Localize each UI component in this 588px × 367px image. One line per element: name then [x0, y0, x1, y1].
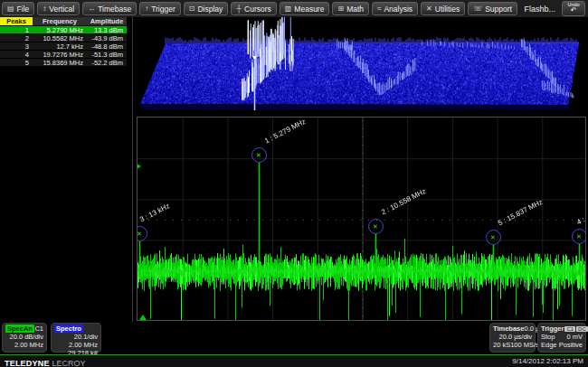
spectro-descriptor-box[interactable]: Spectro 20.1/div 2.00 MHz 29.218 k#: [51, 323, 101, 353]
peaks-table-row[interactable]: 5 15.8369 MHz -52.2 dBm: [0, 59, 127, 67]
peaks-header-cell[interactable]: Peaks: [0, 17, 33, 25]
trigger-box[interactable]: Trigger C1DC Stop0 mV EdgePositive: [537, 323, 586, 353]
datetime-display: 9/14/2012 2:02:13 PM: [512, 357, 583, 365]
specan-title: SpecAn: [5, 325, 34, 333]
support-icon: ☏: [473, 5, 482, 13]
spectro-title: Spectro: [54, 325, 83, 333]
trigger-label: Trigger: [541, 325, 564, 333]
brand-logo: TELEDYNELECROY: [5, 353, 86, 367]
peak-amplitude: 13.3 dBm: [87, 26, 127, 33]
trigger-coupling-badge: DC: [576, 326, 588, 332]
peak-number: 1: [0, 26, 33, 33]
menu-measure[interactable]: ▥Measure: [280, 2, 330, 15]
menu-trigger[interactable]: ↑Trigger: [139, 2, 181, 15]
peak-marker-circle: ✕: [368, 219, 384, 234]
menu-analysis[interactable]: ≈Analysis: [372, 2, 418, 15]
spectro-vscale: 20.1/div: [54, 333, 98, 341]
trigger-level: 0 mV: [566, 333, 583, 341]
frequency-header-cell: Frequency: [33, 17, 87, 25]
menu-display-label: Display: [197, 5, 223, 14]
menu-support[interactable]: ☏Support: [468, 2, 517, 15]
utilities-icon: ✕: [426, 5, 432, 13]
trigger-position-marker: [139, 315, 147, 320]
timebase-per-div: 20.0 µs/div: [493, 333, 532, 341]
menu-vertical[interactable]: ↕Vertical: [37, 2, 80, 15]
reference-level-marker: [137, 164, 141, 169]
measure-icon: ▥: [285, 5, 292, 13]
menu-math-label: Math: [346, 5, 364, 14]
peaks-table-row[interactable]: 2 10.5582 MHz -43.9 dBm: [0, 34, 127, 42]
menubar: ▤File ↕Vertical ↔Timebase ↑Trigger ⊡Disp…: [0, 0, 588, 17]
trigger-mode: Stop: [541, 333, 555, 341]
trigger-type: Edge: [541, 341, 557, 349]
peak-marker-circle: ✕: [137, 226, 147, 241]
timebase-box[interactable]: Timebase0.0 µs 20.0 µs/div 20 kS100 MS/s: [489, 323, 536, 353]
spectrum-trace: [138, 118, 586, 321]
undo-button[interactable]: Undo↶: [562, 1, 585, 16]
timebase-rate: 100 MS/s: [510, 341, 539, 349]
peak-number: 5: [0, 59, 33, 66]
peak-amplitude: -48.8 dBm: [87, 42, 127, 50]
peak-frequency: 15.8369 MHz: [33, 59, 87, 66]
peaks-table-header: Peaks Frequency Amplitude: [0, 17, 127, 26]
math-icon: ⊞: [337, 5, 344, 13]
peaks-table-row[interactable]: 3 12.7 kHz -48.8 dBm: [0, 42, 127, 51]
menu-cursors-label: Cursors: [244, 5, 271, 14]
undo-icon: ↶: [571, 7, 577, 14]
analysis-icon: ≈: [377, 5, 381, 13]
menu-utilities[interactable]: ✕Utilities: [421, 2, 465, 15]
timebase-samples: 20 kS: [493, 341, 510, 349]
menu-utilities-label: Utilities: [435, 5, 460, 14]
menu-measure-label: Measure: [294, 5, 324, 14]
timebase-icon: ↔: [88, 5, 95, 13]
trigger-source-badge: C1: [564, 326, 575, 332]
peak-marker-circle: ✕: [572, 229, 587, 244]
brand-teledyne: TELEDYNE: [5, 359, 50, 367]
brand-lecroy: LECROY: [52, 359, 86, 367]
display-icon: ⊡: [189, 5, 195, 13]
menu-file[interactable]: ▤File: [2, 2, 34, 15]
cursors-icon: ┼: [236, 5, 242, 13]
peak-marker-circle: ✕: [251, 147, 267, 163]
peaks-table-row[interactable]: 1 5.2790 MHz 13.3 dBm: [0, 26, 127, 34]
vertical-icon: ↕: [43, 5, 46, 13]
menu-timebase[interactable]: ↔Timebase: [82, 2, 137, 15]
peak-frequency: 19.7276 MHz: [33, 51, 87, 58]
spectro-hscale: 2.00 MHz: [54, 341, 98, 349]
specan-channel: C1: [34, 325, 43, 333]
sidebar-divider: [132, 17, 133, 322]
file-icon: ▤: [7, 5, 14, 13]
amplitude-header-cell: Amplitude: [87, 17, 127, 25]
specan-vscale: 20.0 dB/div: [5, 333, 43, 341]
oscilloscope-screen: ▤File ↕Vertical ↔Timebase ↑Trigger ⊡Disp…: [0, 0, 588, 367]
specan-hscale: 2.00 MHz: [5, 341, 43, 349]
footer-bar: TELEDYNELECROY 9/14/2012 2:02:13 PM: [0, 355, 588, 367]
peak-number: 4: [0, 51, 33, 58]
trigger-icon: ↑: [145, 5, 148, 13]
peak-frequency: 12.7 kHz: [33, 42, 87, 50]
peaks-table-row[interactable]: 4 19.7276 MHz -51.3 dBm: [0, 51, 127, 59]
flashback-status: Flashb...: [524, 5, 559, 14]
menu-vertical-label: Vertical: [49, 5, 74, 14]
timebase-label: Timebase: [493, 325, 524, 333]
peak-amplitude: -52.2 dBm: [87, 59, 127, 66]
spectrum-plot[interactable]: ✕1 : 5.279 MHz✕2 : 10.558 MHz✕3 : 13 kHz…: [137, 117, 586, 321]
spectrogram-surface: [134, 17, 588, 117]
peak-frequency: 5.2790 MHz: [33, 26, 87, 33]
menu-math[interactable]: ⊞Math: [332, 2, 369, 15]
peak-number: 2: [0, 34, 33, 42]
menu-display[interactable]: ⊡Display: [184, 2, 229, 15]
peak-frequency: 10.5582 MHz: [33, 34, 87, 42]
menu-timebase-label: Timebase: [98, 5, 131, 14]
menu-analysis-label: Analysis: [384, 5, 413, 14]
spectrogram-3d-plot[interactable]: [134, 17, 588, 117]
trigger-slope: Positive: [559, 341, 583, 349]
peaks-table: Peaks Frequency Amplitude 1 5.2790 MHz 1…: [0, 17, 127, 67]
menu-cursors[interactable]: ┼Cursors: [231, 2, 276, 15]
peak-number: 3: [0, 42, 33, 50]
menu-support-label: Support: [485, 5, 512, 14]
menu-trigger-label: Trigger: [151, 5, 175, 14]
peak-amplitude: -51.3 dBm: [87, 51, 127, 58]
menu-file-label: File: [17, 5, 30, 14]
specan-descriptor-box[interactable]: SpecAn C1 20.0 dB/div 2.00 MHz: [2, 323, 47, 353]
